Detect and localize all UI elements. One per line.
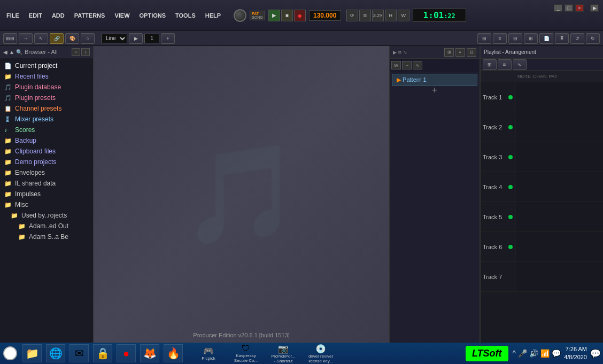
paint-button[interactable]: 🎨 bbox=[65, 33, 79, 44]
ch-nav-btn[interactable]: ▶ bbox=[393, 50, 397, 55]
browser-item-used-by-projects[interactable]: 📁 Used by..rojects bbox=[0, 210, 93, 221]
ch-env-btn[interactable]: ∿ bbox=[403, 50, 407, 55]
taskbar-app-firefox[interactable]: 🦊 bbox=[140, 344, 159, 362]
track-content-6[interactable] bbox=[515, 232, 603, 261]
plus-button[interactable]: + bbox=[161, 33, 175, 44]
browser-item-adam-ed-out[interactable]: 📁 Adam..ed Out bbox=[0, 221, 93, 231]
line-select[interactable]: Line bbox=[101, 34, 127, 43]
ch-ctrl2[interactable]: ≡ bbox=[455, 48, 465, 57]
menu-view[interactable]: VIEW bbox=[112, 11, 132, 20]
channel-add-button[interactable]: + bbox=[390, 83, 480, 98]
taskbar-app-lock[interactable]: 🔒 bbox=[93, 344, 112, 362]
taskbar-kaspersky[interactable]: 🛡 KasperskySecure Co... bbox=[230, 344, 262, 363]
wave-icon[interactable]: ≋ bbox=[359, 10, 371, 21]
track-label-7[interactable]: Track 7 bbox=[481, 262, 515, 291]
redo-btn[interactable]: ↻ bbox=[586, 33, 600, 44]
browser-item-scores[interactable]: ♪ Scores bbox=[0, 125, 93, 135]
cursor-button[interactable]: ↖ bbox=[34, 33, 48, 44]
track-content-2[interactable] bbox=[515, 112, 603, 142]
browser-item-backup[interactable]: 📁 Backup bbox=[0, 135, 93, 146]
menu-tools[interactable]: TOOLS bbox=[173, 11, 198, 20]
taskbar-picpick[interactable]: 🎮 Picpick bbox=[192, 346, 225, 361]
detuner-button[interactable]: ○ bbox=[81, 33, 95, 44]
ltsoft-badge[interactable]: LTSoft bbox=[466, 346, 508, 361]
pat-song-toggle[interactable]: PAT SONG bbox=[250, 11, 265, 20]
menu-edit[interactable]: EDIT bbox=[27, 11, 44, 20]
browser-item-current-project[interactable]: 📄 Current project bbox=[0, 60, 93, 71]
taskbar-app-edge[interactable]: 🌐 bbox=[46, 344, 65, 362]
pl-tb3[interactable]: ∿ bbox=[513, 59, 527, 70]
tray-volume-icon[interactable]: 🔊 bbox=[529, 349, 538, 358]
taskbar-app-fire[interactable]: 🔥 bbox=[164, 344, 183, 362]
track-content-5[interactable] bbox=[515, 202, 603, 231]
stop-button[interactable]: ■ bbox=[281, 10, 293, 21]
file-btn[interactable]: 📄 bbox=[539, 33, 553, 44]
track-content-3[interactable] bbox=[515, 142, 603, 172]
menu-patterns[interactable]: PATTERNS bbox=[72, 11, 107, 20]
tray-chat-icon[interactable]: 💬 bbox=[552, 349, 561, 358]
browser-item-clipboard[interactable]: 📁 Clipboard files bbox=[0, 146, 93, 157]
pl-tb1[interactable]: ⊞ bbox=[483, 59, 497, 70]
ch-tb3[interactable]: ∿ bbox=[413, 61, 422, 69]
tray-mic-icon[interactable]: 🎤 bbox=[518, 349, 527, 358]
browser-nav-search[interactable]: 🔍 bbox=[16, 49, 22, 55]
browser-item-plugin-db[interactable]: 🎵 Plugin database bbox=[0, 82, 93, 92]
browser-item-envelopes[interactable]: 📁 Envelopes bbox=[0, 167, 93, 178]
track-label-4[interactable]: Track 4 bbox=[481, 172, 515, 202]
close-button[interactable]: × bbox=[575, 4, 584, 12]
tray-network-icon[interactable]: 📶 bbox=[540, 349, 550, 358]
extra-button[interactable]: ▶ bbox=[590, 4, 599, 12]
browser-nav-back[interactable]: ◀ bbox=[3, 49, 7, 55]
track-content-4[interactable] bbox=[515, 172, 603, 202]
ch-tb2[interactable]: ↔ bbox=[402, 61, 412, 69]
track-content-1[interactable] bbox=[515, 82, 603, 112]
browser-item-adam-sa-be[interactable]: 📁 Adam S..a Be bbox=[0, 231, 93, 242]
track-label-6[interactable]: Track 6 bbox=[481, 232, 515, 261]
piano-roll-button[interactable]: ⊞⊞ bbox=[3, 33, 17, 44]
snap-number[interactable] bbox=[144, 34, 159, 43]
arrow-right-btn[interactable]: ▶ bbox=[129, 33, 143, 44]
ch-ctrl1[interactable]: ⊞ bbox=[444, 48, 454, 57]
mix-icon[interactable]: W bbox=[398, 10, 409, 21]
taskbar-driver-reviver[interactable]: 💿 driver reviverlicense key... bbox=[305, 344, 337, 363]
menu-help[interactable]: HELP bbox=[203, 11, 223, 20]
ch-tb1[interactable]: W bbox=[391, 61, 401, 69]
midi-icon[interactable]: H bbox=[385, 10, 397, 21]
browser-speaker-btn[interactable]: ♪ bbox=[81, 48, 90, 56]
browser-item-misc[interactable]: 📁 Misc bbox=[0, 199, 93, 210]
maximize-button[interactable]: □ bbox=[565, 4, 573, 12]
step-seq-button[interactable]: → bbox=[19, 33, 33, 44]
record-button[interactable]: ● bbox=[294, 10, 306, 21]
track-label-5[interactable]: Track 5 bbox=[481, 202, 515, 231]
browser-item-impulses[interactable]: 📁 Impulses bbox=[0, 189, 93, 199]
taskbar-picpickpor[interactable]: 📷 PicPickPor...- Shortcut bbox=[267, 344, 299, 363]
notification-center-button[interactable]: 💬 bbox=[590, 348, 601, 359]
taskbar-app-mail[interactable]: ✉ bbox=[69, 344, 89, 362]
tray-chevron-icon[interactable]: ^ bbox=[513, 349, 516, 358]
browser-item-demo[interactable]: 📁 Demo projects bbox=[0, 157, 93, 167]
pl-tb2[interactable]: ≋ bbox=[498, 59, 512, 70]
taskbar-app-red[interactable]: ● bbox=[117, 344, 136, 362]
speed-icon[interactable]: 3.2× bbox=[372, 10, 384, 21]
filter-btn[interactable]: ⧗ bbox=[555, 33, 569, 44]
grid-btn2[interactable]: ≡ bbox=[493, 33, 507, 44]
track-label-3[interactable]: Track 3 bbox=[481, 142, 515, 172]
start-button[interactable] bbox=[2, 345, 18, 361]
menu-file[interactable]: FILE bbox=[4, 11, 21, 20]
undo-btn[interactable]: ↺ bbox=[570, 33, 584, 44]
bpm-display[interactable]: 130.000 bbox=[309, 10, 341, 21]
ch-wave-btn[interactable]: ≋ bbox=[398, 50, 402, 55]
menu-options[interactable]: OPTIONS bbox=[137, 11, 168, 20]
track-content-7[interactable] bbox=[515, 262, 603, 291]
menu-add[interactable]: ADD bbox=[50, 11, 67, 20]
link-button[interactable]: 🔗 bbox=[50, 33, 64, 44]
track-label-2[interactable]: Track 2 bbox=[481, 112, 515, 142]
logo-knob[interactable] bbox=[234, 9, 246, 22]
grid-btn1[interactable]: ⊞ bbox=[477, 33, 491, 44]
minimize-button[interactable]: _ bbox=[554, 4, 562, 12]
browser-item-plugin-presets[interactable]: 🎵 Plugin presets bbox=[0, 92, 93, 103]
ch-ctrl3[interactable]: ⊟ bbox=[467, 48, 476, 57]
track-label-1[interactable]: Track 1 bbox=[481, 82, 515, 112]
grid-btn4[interactable]: ⊞ bbox=[524, 33, 538, 44]
grid-btn3[interactable]: ⊟ bbox=[508, 33, 522, 44]
